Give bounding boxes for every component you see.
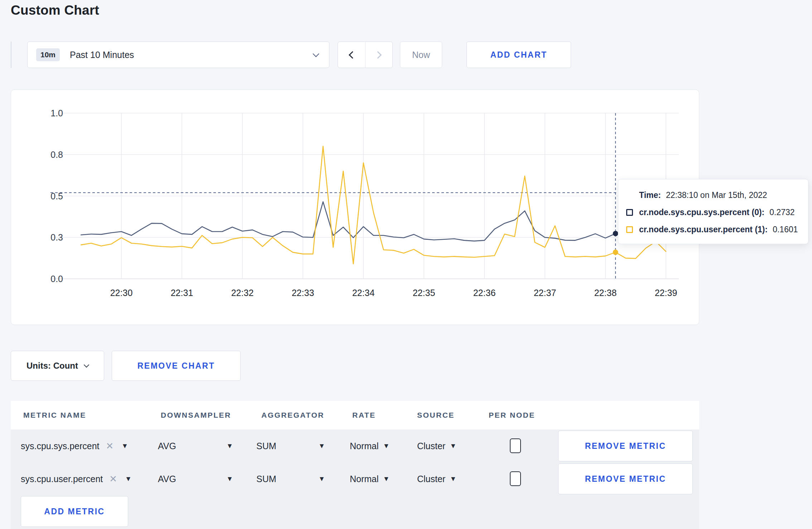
- x-axis-label: 22:38: [594, 288, 617, 298]
- next-range-button[interactable]: [365, 42, 393, 68]
- x-axis-label: 22:39: [655, 288, 677, 298]
- per-node-checkbox[interactable]: [510, 471, 521, 486]
- remove-chart-button[interactable]: REMOVE CHART: [112, 351, 241, 381]
- x-axis-label: 22:31: [171, 288, 193, 298]
- page-title: Custom Chart: [11, 3, 99, 18]
- source-select[interactable]: Cluster ▼: [417, 438, 456, 454]
- dropdown-arrow-icon: ▼: [226, 475, 233, 483]
- rate-select[interactable]: Normal ▼: [350, 438, 390, 454]
- chevron-down-icon: [313, 50, 319, 57]
- aggregator-value: SUM: [256, 441, 276, 451]
- time-range-badge: 10m: [36, 48, 60, 61]
- metric-name-value: sys.cpu.user.percent: [21, 474, 103, 484]
- source-value: Cluster: [417, 441, 445, 451]
- y-axis-label: 1.0: [50, 108, 63, 118]
- tooltip-time-value: 22:38:10 on Mar 15th, 2022: [666, 190, 767, 200]
- now-button[interactable]: Now: [400, 42, 442, 68]
- y-axis-label: 0.0: [50, 274, 63, 284]
- col-header-source: SOURCE: [417, 411, 455, 419]
- col-header-per-node: PER NODE: [489, 411, 535, 419]
- hover-point-dot: [613, 231, 618, 236]
- toolbar-left-divider: [11, 42, 11, 68]
- downsampler-select[interactable]: AVG ▼: [158, 471, 233, 487]
- units-select[interactable]: Units: Count: [11, 351, 104, 381]
- tooltip-series-value: 0.1601: [773, 225, 798, 234]
- add-chart-button[interactable]: ADD CHART: [467, 42, 571, 68]
- chart-card[interactable]: 0.00.30.50.81.022:3022:3122:3222:3322:34…: [11, 89, 699, 325]
- tooltip-time-label: Time:: [639, 190, 661, 200]
- downsampler-select[interactable]: AVG ▼: [158, 438, 233, 454]
- chevron-right-icon: [374, 51, 382, 58]
- x-axis-label: 22:36: [473, 288, 496, 298]
- clear-metric-icon[interactable]: ✕: [106, 441, 114, 452]
- x-axis-label: 22:34: [352, 288, 375, 298]
- tooltip-series-value: 0.2732: [769, 208, 794, 217]
- dropdown-arrow-icon: ▼: [125, 475, 132, 483]
- tooltip-time-row: Time: 22:38:10 on Mar 15th, 2022: [626, 186, 802, 204]
- col-header-downsampler: DOWNSAMPLER: [161, 411, 231, 419]
- dropdown-arrow-icon: ▼: [226, 442, 233, 450]
- dropdown-arrow-icon: ▼: [121, 442, 128, 450]
- source-select[interactable]: Cluster ▼: [417, 471, 456, 487]
- x-axis-label: 22:35: [413, 288, 435, 298]
- metric-name-select[interactable]: sys.cpu.sys.percent ✕ ▼: [21, 438, 128, 454]
- prev-range-button[interactable]: [338, 42, 365, 68]
- series-line-1: [81, 146, 666, 264]
- y-axis-label: 0.3: [50, 232, 63, 242]
- metric-name-value: sys.cpu.sys.percent: [21, 441, 100, 451]
- chevron-left-icon: [349, 51, 356, 58]
- dropdown-arrow-icon: ▼: [318, 442, 325, 450]
- x-axis-label: 22:33: [292, 288, 314, 298]
- chart-hover-tooltip: Time: 22:38:10 on Mar 15th, 2022 cr.node…: [618, 179, 808, 244]
- series-line-0: [81, 202, 666, 241]
- dropdown-arrow-icon: ▼: [450, 475, 456, 483]
- y-axis-label: 0.8: [50, 150, 63, 160]
- x-axis-label: 22:30: [110, 288, 133, 298]
- series-sys-legend-icon: [626, 209, 633, 216]
- tooltip-series-name: cr.node.sys.cpu.sys.percent (0):: [639, 208, 764, 217]
- source-value: Cluster: [417, 474, 445, 484]
- dropdown-arrow-icon: ▼: [383, 442, 390, 450]
- rate-select[interactable]: Normal ▼: [350, 471, 390, 487]
- dropdown-arrow-icon: ▼: [383, 475, 390, 483]
- aggregator-select[interactable]: SUM ▼: [256, 438, 325, 454]
- downsampler-value: AVG: [158, 474, 176, 484]
- time-range-select[interactable]: 10m Past 10 Minutes: [27, 42, 329, 68]
- series-user-legend-icon: [626, 226, 633, 233]
- units-label: Units: Count: [26, 361, 78, 371]
- hover-point-dot: [613, 249, 618, 255]
- downsampler-value: AVG: [158, 441, 176, 451]
- x-axis-label: 22:37: [534, 288, 556, 298]
- aggregator-value: SUM: [256, 474, 276, 484]
- aggregator-select[interactable]: SUM ▼: [256, 471, 325, 487]
- time-range-label: Past 10 Minutes: [70, 50, 314, 60]
- dropdown-arrow-icon: ▼: [450, 442, 456, 450]
- time-nav-group: [338, 42, 393, 68]
- clear-metric-icon[interactable]: ✕: [109, 474, 117, 485]
- tooltip-series-name: cr.node.sys.cpu.user.percent (1):: [639, 225, 768, 234]
- col-header-rate: RATE: [352, 411, 376, 419]
- chevron-down-icon: [84, 362, 90, 368]
- tooltip-series-row: cr.node.sys.cpu.user.percent (1): 0.1601: [626, 221, 802, 238]
- remove-metric-button[interactable]: REMOVE METRIC: [558, 464, 693, 494]
- add-metric-button[interactable]: ADD METRIC: [21, 496, 128, 527]
- tooltip-series-row: cr.node.sys.cpu.sys.percent (0): 0.2732: [626, 204, 802, 221]
- remove-metric-button[interactable]: REMOVE METRIC: [558, 431, 693, 461]
- dropdown-arrow-icon: ▼: [318, 475, 325, 483]
- x-axis-label: 22:32: [231, 288, 254, 298]
- custom-chart-plot[interactable]: 0.00.30.50.81.022:3022:3122:3222:3322:34…: [11, 90, 700, 325]
- col-header-metric-name: METRIC NAME: [23, 411, 86, 419]
- rate-value: Normal: [350, 474, 379, 484]
- rate-value: Normal: [350, 441, 379, 451]
- col-header-aggregator: AGGREGATOR: [261, 411, 324, 419]
- metric-name-select[interactable]: sys.cpu.user.percent ✕ ▼: [21, 471, 132, 487]
- per-node-checkbox[interactable]: [510, 438, 521, 453]
